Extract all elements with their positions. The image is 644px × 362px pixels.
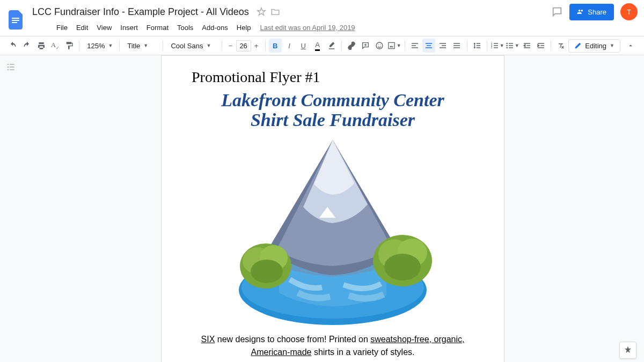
document-title[interactable]: LCC Fundraiser Info - Example Project - …	[29, 5, 252, 19]
font-select[interactable]: Cool Sans ▼	[166, 40, 218, 52]
svg-rect-0	[12, 18, 19, 19]
bulleted-list-button[interactable]: ▼	[506, 39, 519, 53]
svg-point-10	[506, 43, 508, 45]
insert-emoji-button[interactable]	[373, 39, 386, 53]
insert-comment-button[interactable]	[359, 39, 372, 53]
flyer-title-line2: Shirt Sale Fundraiser	[187, 110, 478, 130]
font-size-increase[interactable]: +	[251, 39, 262, 52]
explore-button[interactable]	[619, 342, 636, 359]
decrease-indent-button[interactable]	[521, 39, 533, 53]
svg-point-18	[251, 260, 283, 283]
svg-point-11	[506, 45, 508, 47]
menu-edit[interactable]: Edit	[72, 21, 92, 34]
share-label: Share	[588, 8, 606, 16]
svg-point-12	[506, 47, 508, 49]
toolbar: A✓ 125% ▼ Title ▼ Cool Sans ▼ − 26 + B I…	[0, 36, 644, 55]
insert-link-button[interactable]	[345, 39, 358, 53]
user-avatar[interactable]: T	[620, 3, 638, 20]
outline-toggle-icon[interactable]	[5, 62, 16, 72]
undo-button[interactable]	[6, 39, 19, 53]
menu-format[interactable]: Format	[143, 21, 172, 34]
zoom-select[interactable]: 125% ▼	[83, 40, 116, 52]
italic-button[interactable]: I	[283, 39, 296, 53]
last-edit-info[interactable]: Last edit was on April 19, 2019	[260, 24, 355, 32]
star-icon[interactable]	[257, 7, 266, 17]
svg-rect-6	[388, 42, 394, 48]
share-button[interactable]: Share	[569, 4, 614, 20]
align-right-button[interactable]	[436, 39, 449, 53]
menu-file[interactable]: File	[53, 21, 71, 34]
flyer-heading: Promotional Flyer #1	[187, 69, 478, 86]
insert-image-button[interactable]: ▼	[387, 39, 401, 53]
svg-point-3	[376, 42, 383, 49]
underline-button[interactable]: U	[297, 39, 310, 53]
flyer-illustration	[215, 135, 451, 328]
paint-format-button[interactable]	[63, 39, 76, 53]
numbered-list-button[interactable]: 123▼	[491, 39, 504, 53]
docs-logo-icon[interactable]	[6, 10, 26, 29]
flyer-body: SIX new designs to choose from! Printed …	[187, 333, 478, 359]
move-folder-icon[interactable]	[270, 7, 280, 17]
spellcheck-button[interactable]: A✓	[49, 39, 62, 53]
menu-help[interactable]: Help	[233, 21, 255, 34]
comments-icon[interactable]	[551, 6, 563, 18]
font-size-control: − 26 +	[225, 39, 262, 52]
bold-button[interactable]: B	[269, 39, 282, 53]
menu-view[interactable]: View	[93, 21, 115, 34]
svg-point-4	[378, 45, 379, 45]
editing-mode-select[interactable]: Editing ▼	[568, 39, 620, 53]
flyer-title-line1: Lakefront Community Center	[187, 90, 478, 110]
menu-bar: File Edit View Insert Format Tools Add-o…	[29, 20, 638, 36]
collapse-toolbar-button[interactable]	[624, 39, 638, 53]
font-size-decrease[interactable]: −	[225, 39, 236, 52]
highlight-button[interactable]	[325, 39, 338, 53]
svg-point-22	[384, 254, 421, 280]
svg-rect-1	[12, 20, 19, 21]
text-color-button[interactable]: A	[311, 39, 324, 53]
svg-point-5	[380, 45, 381, 45]
redo-button[interactable]	[20, 39, 33, 53]
line-spacing-button[interactable]	[471, 39, 484, 53]
svg-rect-2	[12, 22, 17, 23]
increase-indent-button[interactable]	[535, 39, 547, 53]
font-size-value[interactable]: 26	[236, 40, 251, 51]
document-page[interactable]: Promotional Flyer #1 Lakefront Community…	[161, 55, 504, 362]
clear-formatting-button[interactable]	[554, 39, 567, 53]
menu-insert[interactable]: Insert	[116, 21, 142, 34]
paragraph-style-select[interactable]: Title ▼	[123, 40, 159, 52]
menu-tools[interactable]: Tools	[173, 21, 197, 34]
menu-addons[interactable]: Add-ons	[198, 21, 231, 34]
align-center-button[interactable]	[422, 39, 435, 53]
print-button[interactable]	[35, 39, 48, 53]
align-justify-button[interactable]	[450, 39, 463, 53]
align-left-button[interactable]	[408, 39, 421, 53]
svg-text:3: 3	[491, 46, 492, 49]
